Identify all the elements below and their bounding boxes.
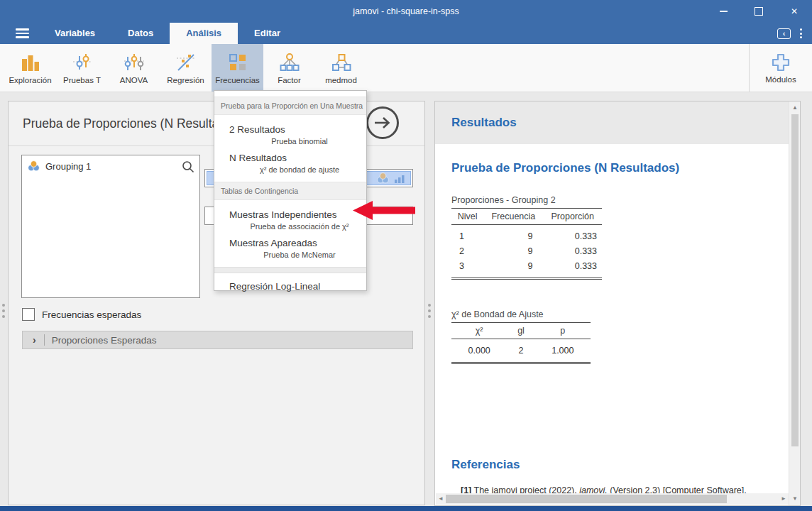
ribbon-button-exploracion[interactable]: Exploración: [4, 44, 56, 92]
nominal-variable-icon: [28, 160, 40, 172]
results-heading: Resultados: [451, 101, 517, 144]
tab-datos[interactable]: Datos: [111, 23, 170, 44]
minimize-button[interactable]: [706, 0, 741, 23]
table-title: Proporciones - Grouping 2: [451, 195, 602, 208]
tab-variables[interactable]: Variables: [38, 23, 111, 44]
overflow-menu-button[interactable]: [800, 28, 802, 38]
menu-item-regresion-log-lineal[interactable]: Regresión Log-Lineal: [214, 280, 366, 292]
arrow-right-icon: [373, 116, 392, 129]
table-title: χ² de Bondad de Ajuste: [451, 309, 591, 322]
table-cell: 0.000: [451, 339, 507, 363]
column-header: Nivel: [451, 209, 483, 225]
analyses-ribbon: Exploración Pruebas T ANOVA: [0, 44, 812, 92]
menu-item-n-resultados[interactable]: N Resultados χ² de bondad de ajuste: [214, 152, 366, 175]
expected-proportions-section[interactable]: › Proporciones Esperadas: [22, 331, 413, 349]
hamburger-menu-button[interactable]: [0, 23, 38, 44]
table-row: 0.000 2 1.000: [451, 339, 591, 363]
tabbar-right-actions: ‹: [777, 23, 812, 44]
scroll-down-arrow[interactable]: ▼: [792, 496, 798, 502]
variable-supplier-list[interactable]: Grouping 1: [21, 155, 200, 298]
menu-item-muestras-apareadas[interactable]: Muestras Apareadas Prueba de McNemar: [214, 237, 366, 260]
section-label: Proporciones Esperadas: [52, 335, 157, 346]
title-bar: jamovi - chi-square-in-spss ✕: [0, 0, 812, 23]
menu-section-header: Tablas de Contingencia: [214, 182, 366, 200]
column-header: p: [535, 323, 591, 339]
window-controls: ✕: [706, 0, 812, 23]
results-panel: Resultados Prueba de Proporciones (N Res…: [434, 101, 801, 506]
table-cell: 0.333: [543, 225, 602, 244]
run-collapse-button[interactable]: [366, 106, 399, 139]
column-header: Frecuencia: [483, 209, 543, 225]
column-header: Proporción: [543, 209, 602, 225]
table-cell: 9: [483, 244, 543, 259]
frequencies-dropdown-menu: Prueba para la Proporción en Una Muestra…: [214, 90, 367, 291]
proportions-table: Proporciones - Grouping 2 Nivel Frecuenc…: [451, 195, 602, 280]
table-row: 1 9 0.333: [451, 225, 602, 244]
window-title: jamovi - chi-square-in-spss: [0, 0, 812, 23]
annotation-arrow-left-icon: [353, 201, 415, 220]
scroll-left-arrow[interactable]: ◄: [438, 496, 444, 502]
nominal-variable-icon: [377, 172, 389, 184]
table-cell: 2: [451, 244, 483, 259]
h-scroll-thumb[interactable]: [446, 495, 727, 503]
tab-editar[interactable]: Editar: [238, 23, 297, 44]
frequencies-icon: [228, 53, 248, 72]
close-button[interactable]: ✕: [777, 0, 812, 23]
ribbon-button-factor[interactable]: Factor: [263, 44, 315, 92]
table-cell: 0.333: [543, 244, 602, 259]
ribbon-button-pruebas-t[interactable]: Pruebas T: [56, 44, 108, 92]
expected-frequencies-checkbox[interactable]: [22, 308, 35, 321]
mini-bars-icon: [394, 173, 405, 183]
analysis-heading: Prueba de Proporciones (N Resultados): [451, 161, 679, 175]
bar-chart-icon: [21, 53, 40, 72]
scroll-up-arrow[interactable]: ▲: [792, 105, 798, 111]
results-header-strip: Resultados: [435, 101, 800, 144]
menu-item-2-resultados[interactable]: 2 Resultados Prueba binomial: [214, 123, 366, 146]
options-panel-title: Prueba de Proporciones (N Resultados): [23, 101, 243, 145]
table-cell: 9: [483, 259, 543, 279]
table-cell: 1: [451, 225, 483, 244]
search-icon[interactable]: [182, 160, 194, 176]
menu-divider: [214, 267, 366, 273]
results-collapse-icon[interactable]: ‹: [777, 28, 791, 39]
table-row: 3 9 0.333: [451, 259, 602, 279]
section-divider: [44, 334, 45, 346]
maximize-icon: [755, 7, 763, 16]
horizontal-scrollbar[interactable]: ◄ ►: [436, 493, 789, 505]
ribbon-button-anova[interactable]: ANOVA: [108, 44, 160, 92]
anova-icon: [124, 53, 144, 72]
ribbon-button-frecuencias[interactable]: Frecuencias: [212, 44, 263, 92]
table-row: 2 9 0.333: [451, 244, 602, 259]
ribbon-button-medmod[interactable]: medmod: [315, 44, 367, 92]
column-header: χ²: [451, 323, 507, 339]
variable-item[interactable]: Grouping 1: [22, 155, 199, 177]
menu-section-header: Prueba para la Proporción en Una Muestra: [214, 97, 366, 115]
column-header: gl: [507, 323, 534, 339]
factor-icon: [280, 53, 300, 72]
menu-item-muestras-independientes[interactable]: Muestras Independientes Prueba de associ…: [214, 209, 366, 231]
tab-analisis[interactable]: Análisis: [170, 23, 238, 44]
medmod-icon: [331, 53, 351, 72]
hamburger-icon: [16, 28, 29, 31]
references-heading: Referencias: [451, 458, 520, 472]
regression-icon: [176, 53, 196, 72]
plus-icon: [772, 53, 790, 72]
jamovi-window: jamovi - chi-square-in-spss ✕ Variables …: [0, 0, 812, 511]
v-scroll-thumb[interactable]: [791, 114, 799, 446]
ribbon-button-regresion[interactable]: Regresión: [160, 44, 212, 92]
scroll-right-arrow[interactable]: ►: [781, 496, 786, 502]
splitter-handle-left[interactable]: [2, 304, 5, 318]
table-cell: 9: [483, 225, 543, 244]
minimize-icon: [720, 11, 728, 12]
t-test-icon: [72, 53, 92, 72]
table-cell: 1.000: [535, 339, 591, 363]
main-tab-bar: Variables Datos Análisis Editar ‹: [0, 23, 812, 44]
panel-splitter-handle[interactable]: [428, 304, 431, 318]
modules-button[interactable]: Módulos: [750, 44, 812, 92]
chevron-right-icon: ›: [33, 335, 36, 345]
table-cell: 0.333: [543, 259, 602, 279]
variable-label: Grouping 1: [45, 161, 91, 172]
vertical-scrollbar[interactable]: ▲ ▼: [789, 101, 800, 505]
taskbar-strip: [0, 506, 812, 511]
maximize-button[interactable]: [741, 0, 777, 23]
